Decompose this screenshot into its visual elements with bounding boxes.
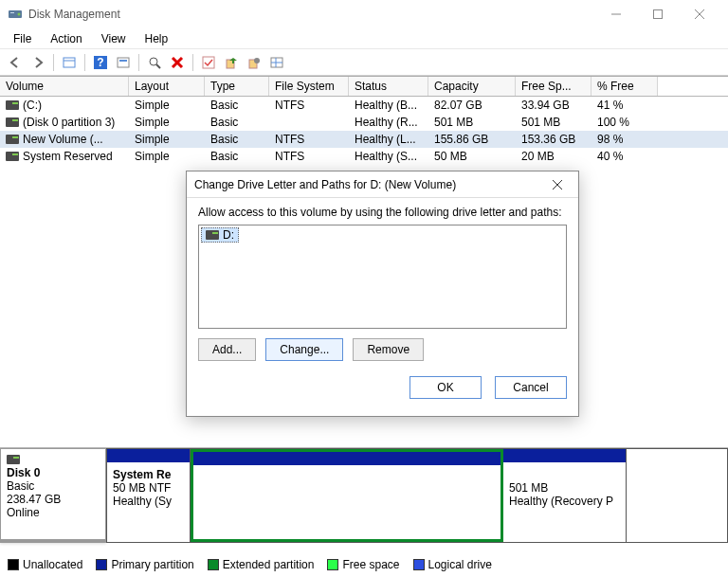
cell-free: 20 MB	[516, 149, 592, 164]
close-button[interactable]	[679, 0, 720, 28]
app-icon	[8, 7, 23, 22]
layout-icon[interactable]	[267, 53, 286, 72]
cell-fs: NTFS	[269, 149, 349, 164]
svg-text:?: ?	[97, 56, 103, 69]
refresh-icon[interactable]	[114, 53, 133, 72]
volume-name: (C:)	[23, 99, 42, 112]
cell-status: Healthy (R...	[349, 115, 428, 130]
maximize-button[interactable]	[637, 0, 679, 28]
ok-button[interactable]: OK	[410, 376, 482, 399]
cancel-button[interactable]: Cancel	[495, 376, 567, 399]
table-row[interactable]: New Volume (...SimpleBasicNTFSHealthy (L…	[0, 131, 728, 148]
disk-type: Basic	[7, 479, 34, 493]
svg-line-14	[156, 64, 160, 68]
drive-icon	[206, 230, 219, 240]
cell-pct: 100 %	[592, 115, 658, 130]
col-capacity[interactable]: Capacity	[428, 77, 516, 96]
legend-unallocated: Unallocated	[23, 558, 82, 571]
cell-type: Basic	[205, 149, 269, 164]
menu-help[interactable]: Help	[136, 30, 178, 47]
drive-icon	[6, 100, 19, 110]
legend: Unallocated Primary partition Extended p…	[8, 558, 492, 571]
disk-map: Disk 0 Basic 238.47 GB Online System Re5…	[0, 447, 728, 543]
menu-file[interactable]: File	[4, 30, 41, 47]
svg-point-13	[150, 58, 157, 65]
disk-icon	[7, 455, 20, 464]
cell-capacity: 155.86 GB	[428, 132, 516, 147]
svg-rect-1	[10, 12, 14, 13]
menubar: File Action View Help	[0, 28, 728, 49]
cell-free: 33.94 GB	[516, 98, 592, 113]
drive-letter-list[interactable]: D:	[198, 225, 567, 329]
col-type[interactable]: Type	[205, 77, 269, 96]
swatch-freespace	[327, 559, 338, 570]
menu-action[interactable]: Action	[41, 30, 91, 47]
legend-logical: Logical drive	[428, 558, 492, 571]
menu-view[interactable]: View	[92, 30, 136, 47]
svg-rect-4	[654, 10, 663, 19]
cell-layout: Simple	[129, 149, 205, 164]
drive-icon	[6, 152, 19, 161]
minimize-button[interactable]	[595, 0, 637, 28]
table-row[interactable]: System ReservedSimpleBasicNTFSHealthy (S…	[0, 148, 728, 165]
add-button[interactable]: Add...	[198, 338, 256, 361]
disk-size: 238.47 GB	[7, 493, 61, 506]
cell-status: Healthy (S...	[349, 149, 428, 164]
svg-rect-7	[64, 58, 75, 67]
table-row[interactable]: (C:)SimpleBasicNTFSHealthy (B...82.07 GB…	[0, 97, 728, 114]
dialog-close-button[interactable]	[544, 171, 571, 198]
cell-fs: NTFS	[269, 98, 349, 113]
cell-pct: 40 %	[592, 149, 658, 164]
forward-icon[interactable]	[28, 53, 47, 72]
partition-label: System Re50 MB NTFHealthy (Sy	[113, 468, 184, 508]
toolbar: ?	[0, 49, 728, 76]
cell-type: Basic	[205, 98, 269, 113]
table-row[interactable]: (Disk 0 partition 3)SimpleBasicHealthy (…	[0, 114, 728, 131]
check-icon[interactable]	[199, 53, 218, 72]
cell-layout: Simple	[129, 132, 205, 147]
toolbar-sep	[192, 54, 193, 71]
cell-free: 501 MB	[516, 115, 592, 130]
partition-label	[199, 471, 495, 497]
swatch-unallocated	[8, 559, 19, 570]
settings-icon[interactable]	[245, 53, 264, 72]
col-status[interactable]: Status	[349, 77, 428, 96]
change-button[interactable]: Change...	[265, 338, 343, 361]
toolbar-sep	[53, 54, 54, 71]
cell-fs: NTFS	[269, 132, 349, 147]
volume-name: New Volume (...	[23, 133, 103, 146]
cell-type: Basic	[205, 115, 269, 130]
col-layout[interactable]: Layout	[129, 77, 205, 96]
col-pct[interactable]: % Free	[592, 77, 658, 96]
back-icon[interactable]	[6, 53, 25, 72]
properties-icon[interactable]	[60, 53, 79, 72]
drive-letter-item-selected[interactable]: D:	[201, 227, 239, 243]
partition[interactable]: 501 MBHealthy (Recovery P	[503, 449, 627, 542]
col-fs[interactable]: File System	[269, 77, 349, 96]
disk-header[interactable]: Disk 0 Basic 238.47 GB Online	[0, 448, 106, 543]
svg-point-20	[254, 58, 260, 63]
change-drive-letter-dialog: Change Drive Letter and Paths for D: (Ne…	[186, 171, 579, 417]
cell-status: Healthy (L...	[349, 132, 428, 147]
cell-pct: 98 %	[592, 132, 658, 147]
col-free[interactable]: Free Sp...	[516, 77, 592, 96]
cell-type: Basic	[205, 132, 269, 147]
disk-status: Online	[7, 506, 40, 519]
help-icon[interactable]: ?	[91, 53, 110, 72]
cell-pct: 41 %	[592, 98, 658, 113]
col-volume[interactable]: Volume	[0, 77, 129, 96]
cell-capacity: 82.07 GB	[428, 98, 516, 113]
volume-name: (Disk 0 partition 3)	[23, 116, 115, 129]
partition[interactable]	[191, 449, 503, 542]
dialog-title: Change Drive Letter and Paths for D: (Ne…	[194, 178, 544, 191]
dialog-hint: Allow access to this volume by using the…	[198, 206, 567, 219]
titlebar: Disk Management	[0, 0, 728, 28]
export-icon[interactable]	[222, 53, 241, 72]
remove-button[interactable]: Remove	[353, 338, 424, 361]
dialog-titlebar: Change Drive Letter and Paths for D: (Ne…	[187, 171, 578, 198]
disk-label: Disk 0	[7, 466, 40, 479]
find-icon[interactable]	[145, 53, 164, 72]
delete-icon[interactable]	[168, 53, 187, 72]
partition[interactable]: System Re50 MB NTFHealthy (Sy	[107, 449, 191, 542]
cell-status: Healthy (B...	[349, 98, 428, 113]
